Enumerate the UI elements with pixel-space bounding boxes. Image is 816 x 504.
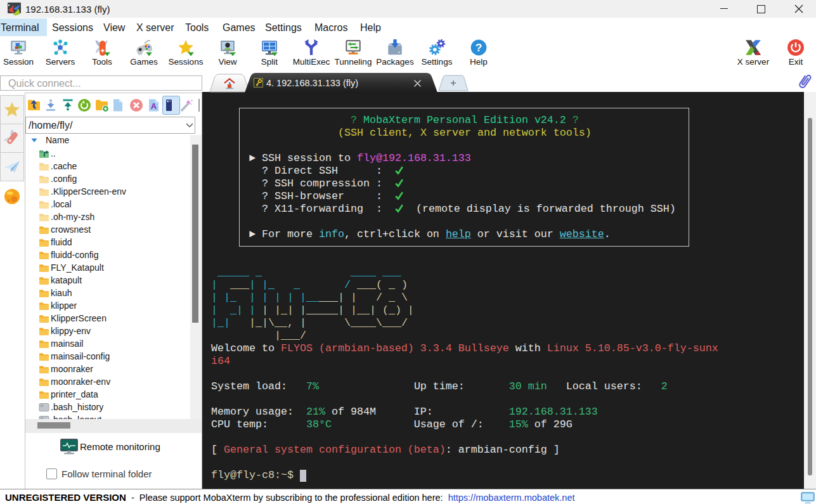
svg-text:A: A	[151, 101, 157, 111]
svg-text:?: ?	[476, 41, 482, 54]
